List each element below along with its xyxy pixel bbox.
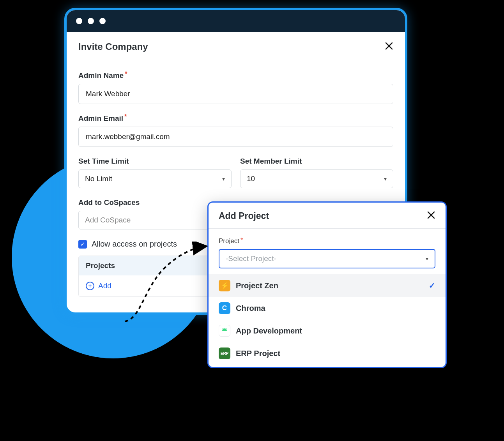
option-label: ERP Project (236, 349, 280, 358)
label-text: Project (219, 237, 239, 245)
required-asterisk: * (124, 113, 127, 120)
project-option-zen[interactable]: ⚡ Project Zen ✓ (209, 274, 446, 297)
modal-title: Invite Company (78, 41, 148, 52)
checkbox-checked-icon: ✓ (78, 240, 87, 249)
admin-email-input[interactable] (78, 127, 393, 147)
required-asterisk: * (125, 71, 127, 78)
chevron-down-icon: ▾ (384, 176, 387, 182)
option-label: App Development (236, 326, 302, 335)
chevron-down-icon: ▾ (222, 176, 225, 182)
project-icon: ERP (219, 348, 230, 359)
required-asterisk: * (241, 237, 243, 243)
project-icon: C (219, 302, 230, 314)
project-option-erp[interactable]: ERP ERP Project (209, 342, 446, 367)
window-dot (88, 18, 94, 24)
modal-header: Invite Company (67, 32, 405, 61)
close-icon[interactable] (427, 210, 435, 221)
window-titlebar (67, 10, 405, 32)
project-label: Project* (219, 237, 435, 245)
popup-title: Add Project (219, 211, 269, 221)
project-option-chroma[interactable]: C Chroma (209, 297, 446, 319)
project-icon: ⚡ (219, 280, 230, 291)
member-limit-label: Set Member Limit (240, 157, 393, 166)
window-dot (76, 18, 82, 24)
select-placeholder: Add CoSpace (85, 216, 131, 224)
member-limit-select[interactable]: 10 ▾ (240, 169, 393, 188)
close-icon[interactable] (385, 41, 393, 52)
project-option-app-dev[interactable]: App Development (209, 319, 446, 342)
plus-circle-icon: + (86, 282, 94, 290)
project-select[interactable]: -Select Project- ▾ (219, 249, 435, 268)
add-label: Add (98, 282, 111, 290)
time-limit-select[interactable]: No Limit ▾ (78, 169, 232, 188)
select-value: No Limit (85, 175, 112, 183)
chevron-down-icon: ▾ (426, 256, 428, 262)
select-placeholder: -Select Project- (226, 254, 276, 263)
admin-name-label: Admin Name* (78, 71, 393, 80)
window-dot (99, 18, 106, 24)
label-text: Admin Email (78, 114, 123, 123)
popup-header: Add Project (209, 203, 446, 229)
project-icon (219, 325, 230, 337)
admin-email-label: Admin Email* (78, 114, 393, 123)
check-icon: ✓ (429, 281, 435, 290)
admin-name-input[interactable] (78, 84, 393, 104)
checkbox-label: Allow access on projects (92, 240, 177, 249)
project-dropdown: ⚡ Project Zen ✓ C Chroma App Development… (209, 274, 446, 367)
option-label: Project Zen (236, 281, 278, 290)
label-text: Admin Name (78, 71, 124, 80)
add-project-popup: Add Project Project* -Select Project- ▾ … (207, 201, 447, 368)
select-value: 10 (247, 175, 255, 183)
time-limit-label: Set Time Limit (78, 157, 232, 166)
option-label: Chroma (236, 304, 265, 313)
